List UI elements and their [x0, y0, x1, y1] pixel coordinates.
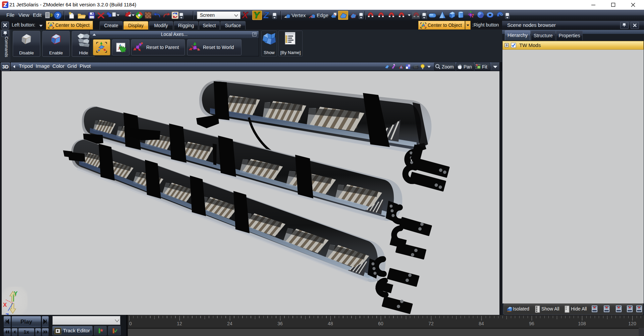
svg-text:Vertex: Vertex [291, 12, 306, 18]
svg-text:?: ? [56, 12, 59, 18]
svg-text:Z: Z [5, 313, 9, 315]
svg-text:Edge: Edge [317, 12, 328, 18]
svg-text:Z: Z [263, 10, 269, 20]
svg-text:X: X [241, 10, 249, 20]
svg-text:X: X [3, 302, 7, 308]
svg-text:Y: Y [254, 10, 260, 20]
svg-text:Y: Y [14, 290, 18, 297]
